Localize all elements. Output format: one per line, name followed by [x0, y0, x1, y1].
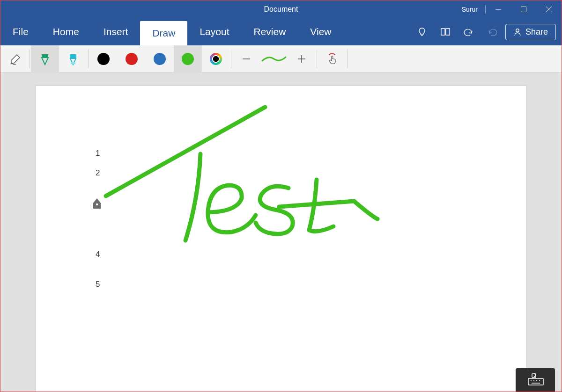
ribbon-tabs: File Home Insert Draw Layout Review View — [0, 18, 562, 45]
red-color-icon — [126, 53, 138, 65]
separator — [30, 49, 30, 68]
svg-rect-1 — [521, 7, 526, 12]
thicker-button[interactable] — [288, 45, 316, 72]
color-wheel-icon — [210, 53, 222, 65]
color-blue[interactable] — [146, 45, 174, 72]
svg-rect-8 — [42, 54, 48, 58]
color-red[interactable] — [118, 45, 146, 72]
ink-stroke-test — [106, 107, 377, 240]
redo-button[interactable] — [482, 22, 503, 41]
ink-layer — [36, 86, 527, 392]
touch-keyboard-button[interactable] — [516, 368, 555, 392]
keyboard-icon — [525, 373, 545, 387]
lightbulb-icon — [417, 27, 427, 37]
cursor-handle-icon — [93, 198, 101, 211]
line-number: 5 — [96, 280, 100, 289]
minus-icon — [241, 54, 251, 64]
workspace: 1 2 4 5 — [0, 73, 562, 392]
read-mode-button[interactable] — [435, 22, 456, 41]
color-black[interactable] — [89, 45, 118, 72]
separator — [347, 49, 348, 68]
share-label: Share — [525, 27, 548, 37]
svg-rect-11 — [71, 62, 75, 64]
undo-button[interactable] — [458, 22, 479, 41]
tab-home[interactable]: Home — [41, 18, 91, 45]
svg-point-6 — [516, 29, 519, 32]
stroke-preview — [260, 45, 288, 72]
close-icon — [546, 6, 552, 13]
tab-view[interactable]: View — [298, 18, 343, 45]
svg-rect-10 — [70, 54, 76, 58]
blue-color-icon — [154, 53, 166, 65]
eraser-icon — [7, 52, 22, 66]
eraser-tool[interactable] — [0, 45, 29, 72]
svg-marker-7 — [42, 58, 48, 65]
black-color-icon — [97, 53, 110, 65]
tab-draw[interactable]: Draw — [140, 21, 187, 45]
line-number: 1 — [96, 149, 100, 158]
svg-rect-16 — [528, 378, 543, 385]
tell-me-button[interactable] — [412, 22, 432, 41]
document-title: Document — [264, 5, 298, 14]
line-number: 4 — [96, 250, 100, 259]
svg-point-15 — [96, 203, 98, 205]
tab-layout[interactable]: Layout — [187, 18, 241, 45]
green-color-icon — [182, 53, 194, 65]
pen-tool[interactable] — [31, 45, 59, 72]
draw-toolbar — [0, 45, 562, 73]
title-bar: Document Surur — [0, 0, 562, 18]
highlighter-icon — [67, 52, 79, 66]
separator — [317, 49, 317, 68]
color-green[interactable] — [174, 45, 202, 72]
touch-draw-button[interactable] — [318, 45, 346, 72]
tab-review[interactable]: Review — [241, 18, 298, 45]
tab-insert[interactable]: Insert — [91, 18, 140, 45]
undo-icon — [463, 27, 474, 37]
touch-draw-icon — [325, 52, 339, 66]
pen-icon — [39, 52, 51, 66]
text-cursor-handle[interactable] — [93, 198, 101, 212]
redo-icon — [487, 27, 498, 37]
person-icon — [513, 28, 522, 36]
separator — [88, 49, 89, 68]
share-button[interactable]: Share — [505, 24, 556, 40]
line-number: 2 — [96, 168, 100, 178]
document-page[interactable]: 1 2 4 5 — [35, 86, 527, 392]
maximize-icon — [520, 6, 527, 13]
book-icon — [440, 27, 451, 37]
close-button[interactable] — [536, 0, 562, 18]
minimize-button[interactable] — [486, 0, 511, 18]
plus-icon — [296, 54, 307, 64]
maximize-button[interactable] — [511, 0, 536, 18]
minimize-icon — [495, 6, 502, 13]
user-name[interactable]: Surur — [454, 6, 485, 13]
tab-file[interactable]: File — [0, 18, 41, 45]
stroke-sample-icon — [261, 53, 287, 65]
separator — [231, 49, 231, 68]
color-picker[interactable] — [202, 45, 230, 72]
highlighter-tool[interactable] — [59, 45, 87, 72]
thinner-button[interactable] — [232, 45, 260, 72]
